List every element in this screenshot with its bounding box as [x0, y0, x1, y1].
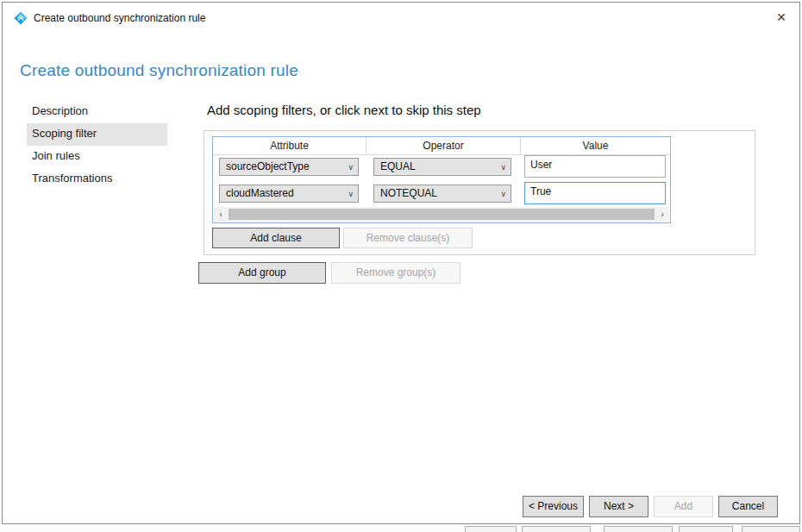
attribute-dropdown-value: sourceObjectType — [226, 160, 310, 172]
scoping-filter-group: Attribute Operator Value sourceObjectTyp… — [204, 130, 755, 255]
sidebar-item-join-rules[interactable]: Join rules — [27, 146, 167, 168]
close-icon[interactable]: × — [770, 6, 793, 28]
chevron-down-icon: ∨ — [500, 160, 506, 176]
value-input-row1[interactable]: User — [524, 155, 666, 178]
scroll-left-icon[interactable]: ‹ — [214, 207, 228, 222]
background-window-button[interactable] — [679, 526, 733, 532]
add-clause-button[interactable]: Add clause — [212, 228, 340, 248]
scoping-filter-table: Attribute Operator Value sourceObjectTyp… — [212, 136, 671, 223]
sidebar-item-description[interactable]: Description — [27, 101, 167, 123]
azure-ad-connect-icon — [14, 11, 28, 25]
add-group-button[interactable]: Add group — [198, 262, 326, 284]
add-button[interactable]: Add — [654, 496, 713, 517]
background-window-button[interactable] — [604, 526, 673, 532]
operator-dropdown-row2[interactable]: NOTEQUAL ∨ — [373, 185, 511, 203]
column-header-attribute: Attribute — [213, 137, 367, 154]
scroll-right-icon[interactable]: › — [655, 207, 669, 222]
sidebar-item-scoping-filter[interactable]: Scoping filter — [27, 123, 167, 146]
create-sync-rule-dialog: Create outbound synchronization rule × C… — [2, 2, 800, 524]
wizard-steps-sidebar: Description Scoping filter Join rules Tr… — [27, 101, 167, 191]
previous-button[interactable]: < Previous — [523, 496, 584, 517]
remove-clauses-button[interactable]: Remove clause(s) — [343, 228, 473, 248]
page-title: Create outbound synchronization rule — [20, 61, 298, 80]
operator-dropdown-value: EQUAL — [380, 160, 416, 172]
scrollbar-thumb[interactable] — [229, 209, 655, 220]
chevron-down-icon: ∨ — [348, 160, 354, 176]
value-input-row2[interactable]: True — [524, 182, 666, 204]
title-bar: Create outbound synchronization rule × — [3, 3, 799, 34]
column-header-operator: Operator — [367, 137, 521, 154]
chevron-down-icon: ∨ — [348, 186, 354, 203]
background-window-strip — [0, 525, 802, 532]
chevron-down-icon: ∨ — [500, 186, 506, 203]
filter-table-header: Attribute Operator Value — [213, 137, 670, 155]
next-button[interactable]: Next > — [589, 496, 648, 517]
background-window-button[interactable] — [742, 526, 800, 532]
sidebar-item-transformations[interactable]: Transformations — [27, 168, 167, 191]
operator-dropdown-row1[interactable]: EQUAL ∨ — [373, 158, 511, 176]
attribute-dropdown-row2[interactable]: cloudMastered ∨ — [219, 185, 359, 203]
cancel-button[interactable]: Cancel — [718, 496, 778, 517]
background-window-button[interactable] — [522, 526, 591, 532]
attribute-dropdown-value: cloudMastered — [226, 187, 294, 199]
window-title: Create outbound synchronization rule — [34, 12, 205, 24]
attribute-dropdown-row1[interactable]: sourceObjectType ∨ — [219, 158, 359, 176]
operator-dropdown-value: NOTEQUAL — [380, 187, 437, 199]
step-heading: Add scoping filters, or click next to sk… — [207, 103, 481, 117]
column-header-value: Value — [521, 137, 670, 154]
horizontal-scrollbar[interactable]: ‹ › — [214, 207, 669, 222]
background-window-button[interactable] — [465, 526, 517, 532]
remove-groups-button[interactable]: Remove group(s) — [331, 262, 461, 284]
